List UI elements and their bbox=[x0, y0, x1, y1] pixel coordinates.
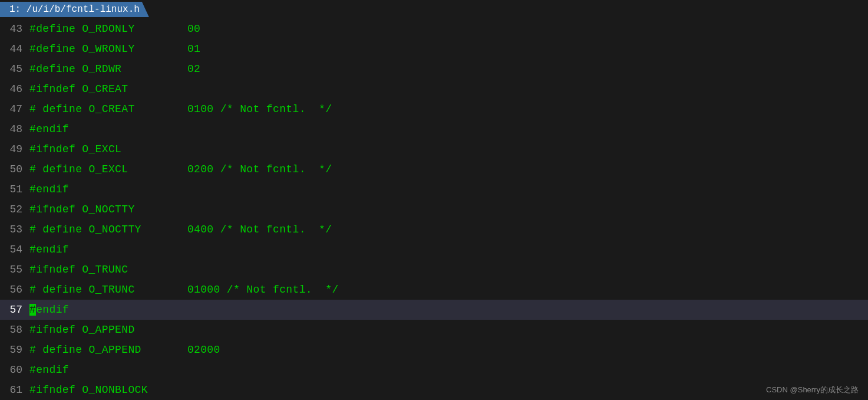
line-content: #ifndef O_APPEND bbox=[29, 324, 868, 336]
line-content: # define O_TRUNC 01000 /* Not fcntl. */ bbox=[29, 284, 868, 296]
line-number: 56 bbox=[0, 284, 29, 296]
line-content: #ifndef O_TRUNC bbox=[29, 264, 868, 276]
code-line: 58#ifndef O_APPEND bbox=[0, 320, 868, 340]
line-content: #ifndef O_EXCL bbox=[29, 143, 868, 155]
line-content: #define O_RDONLY 00 bbox=[29, 23, 868, 35]
line-number: 44 bbox=[0, 43, 29, 55]
line-number: 50 bbox=[0, 163, 29, 175]
tab-bar: 1: /u/i/b/fcntl-linux.h bbox=[0, 0, 868, 19]
line-number: 58 bbox=[0, 324, 29, 336]
code-line: 61#ifndef O_NONBLOCK bbox=[0, 380, 868, 400]
code-line: 57#endif bbox=[0, 300, 868, 320]
line-content: #define O_RDWR 02 bbox=[29, 63, 868, 75]
code-line: 43#define O_RDONLY 00 bbox=[0, 19, 868, 39]
line-content: # define O_APPEND 02000 bbox=[29, 344, 868, 356]
line-number: 52 bbox=[0, 204, 29, 215]
line-number: 46 bbox=[0, 83, 29, 95]
line-number: 61 bbox=[0, 384, 29, 396]
code-line: 60#endif bbox=[0, 360, 868, 380]
line-number: 54 bbox=[0, 244, 29, 255]
line-content: #endif bbox=[29, 304, 868, 316]
line-content: #endif bbox=[29, 123, 868, 135]
code-line: 51#endif bbox=[0, 179, 868, 199]
code-line: 44#define O_WRONLY 01 bbox=[0, 39, 868, 59]
code-line: 47# define O_CREAT 0100 /* Not fcntl. */ bbox=[0, 99, 868, 119]
line-content: #endif bbox=[29, 244, 868, 255]
line-content: #ifndef O_CREAT bbox=[29, 83, 868, 95]
line-number: 49 bbox=[0, 143, 29, 155]
code-area: 43#define O_RDONLY 0044#define O_WRONLY … bbox=[0, 19, 868, 400]
line-content: # define O_EXCL 0200 /* Not fcntl. */ bbox=[29, 163, 868, 175]
line-content: # define O_NOCTTY 0400 /* Not fcntl. */ bbox=[29, 224, 868, 235]
code-line: 52#ifndef O_NOCTTY bbox=[0, 199, 868, 219]
code-line: 48#endif bbox=[0, 119, 868, 139]
line-content: #endif bbox=[29, 183, 868, 195]
line-number: 45 bbox=[0, 63, 29, 75]
line-content: #ifndef O_NOCTTY bbox=[29, 204, 868, 215]
code-line: 53# define O_NOCTTY 0400 /* Not fcntl. *… bbox=[0, 219, 868, 240]
line-number: 47 bbox=[0, 103, 29, 115]
code-line: 49#ifndef O_EXCL bbox=[0, 139, 868, 159]
line-number: 55 bbox=[0, 264, 29, 276]
code-line: 45#define O_RDWR 02 bbox=[0, 59, 868, 79]
code-line: 50# define O_EXCL 0200 /* Not fcntl. */ bbox=[0, 159, 868, 179]
code-line: 56# define O_TRUNC 01000 /* Not fcntl. *… bbox=[0, 280, 868, 300]
line-number: 51 bbox=[0, 183, 29, 195]
watermark: CSDN @Sherry的成长之路 bbox=[766, 385, 859, 395]
line-number: 43 bbox=[0, 23, 29, 35]
code-line: 54#endif bbox=[0, 240, 868, 260]
active-tab[interactable]: 1: /u/i/b/fcntl-linux.h bbox=[0, 2, 149, 17]
line-number: 60 bbox=[0, 364, 29, 376]
line-content: #define O_WRONLY 01 bbox=[29, 43, 868, 55]
code-line: 46#ifndef O_CREAT bbox=[0, 79, 868, 99]
code-line: 55#ifndef O_TRUNC bbox=[0, 260, 868, 280]
line-content: #ifndef O_NONBLOCK bbox=[29, 384, 868, 396]
line-content: #endif bbox=[29, 364, 868, 376]
code-line: 59# define O_APPEND 02000 bbox=[0, 340, 868, 360]
line-number: 53 bbox=[0, 224, 29, 235]
line-number: 48 bbox=[0, 123, 29, 135]
line-number: 59 bbox=[0, 344, 29, 356]
line-content: # define O_CREAT 0100 /* Not fcntl. */ bbox=[29, 103, 868, 115]
line-number: 57 bbox=[0, 304, 29, 316]
